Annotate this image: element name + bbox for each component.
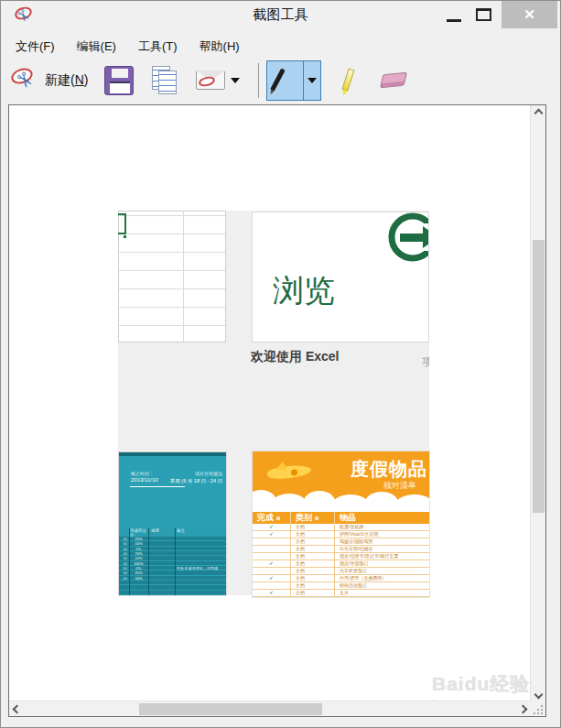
send-snip-button[interactable] <box>190 61 245 100</box>
gantt-row: 0010% <box>119 556 226 560</box>
packing-row: ✓文档外币/货币（兑换费用） <box>253 575 429 582</box>
email-icon <box>196 65 225 96</box>
cell-fill-handle <box>123 234 127 239</box>
gantt-due-date: 2013/11/10 <box>131 477 158 483</box>
toolbar: ✂ 新建(N) <box>5 58 558 103</box>
floppy-shutter <box>112 69 128 78</box>
gantt-right-text-2: 本周 (6 月 18 日 - 24 日 <box>170 478 222 484</box>
cloud-icon <box>303 491 336 501</box>
gantt-right-text-1: 项目甘特规划 <box>195 471 222 476</box>
packing-row: 文档汽车租赁预订 <box>253 568 429 575</box>
check-icon: ✓ <box>253 575 291 581</box>
menu-edit[interactable]: 编辑(E) <box>66 36 127 58</box>
gantt-row: 000% <box>119 547 226 550</box>
snip-canvas: 浏览 欢迎使用 Excel 项 截止时间： 2013/11/10 项目甘特规划 … <box>8 104 546 717</box>
packing-title: 度假物品 <box>351 457 427 482</box>
gantt-due-label: 截止时间： <box>131 471 154 476</box>
scroll-right-button[interactable] <box>515 701 531 717</box>
new-snip-label: 新建(N) <box>45 72 88 89</box>
cloud-icon <box>364 492 399 501</box>
gantt-row: 0025% <box>119 570 226 574</box>
minimize-button[interactable] <box>440 1 468 28</box>
gantt-template-preview: 截止时间： 2013/11/10 项目甘特规划 本周 (6 月 18 日 - 2… <box>119 452 226 595</box>
menu-tools[interactable]: 工具(T) <box>127 36 189 58</box>
gantt-rows: 0025% 0010% 000% 0070% 0010% 00100% 000%… <box>119 537 226 595</box>
horizontal-scrollbar-thumb[interactable] <box>139 703 322 715</box>
browse-arrow-circle-icon <box>388 212 429 267</box>
menu-file[interactable]: 文件(F) <box>5 36 66 58</box>
copy-page-front <box>158 71 177 94</box>
highlighter-button[interactable] <box>329 61 369 100</box>
vertical-scrollbar[interactable] <box>530 105 545 702</box>
airplane-illustration-icon <box>266 464 311 481</box>
vertical-scrollbar-thumb[interactable] <box>533 240 545 513</box>
filter-icon <box>315 516 318 520</box>
clipped-text-fragment: 项 <box>422 354 429 367</box>
check-icon <box>253 582 291 589</box>
packing-rows: ✓文档机票/登机牌 ✓文档护照/Visa/出生证明 文档驾驶证/国际驾照 文档出… <box>253 524 429 597</box>
gantt-row: 000%任务 B 延迟开始，已完成 <box>119 566 226 570</box>
packing-row: 文档驾驶证/国际驾照 <box>253 538 429 546</box>
pen-icon <box>271 68 286 91</box>
packing-row: ✓文档机票/登机牌 <box>253 524 429 531</box>
gantt-empty-row <box>119 585 226 589</box>
eraser-icon <box>380 65 409 96</box>
new-snip-icon: ✂ <box>10 65 39 96</box>
save-button[interactable] <box>99 62 139 99</box>
check-icon: ✓ <box>253 531 291 538</box>
chevron-up-icon <box>534 109 544 118</box>
gantt-empty-row <box>119 581 226 584</box>
floppy-label <box>110 81 130 93</box>
copy-button[interactable] <box>145 61 185 100</box>
maximize-button[interactable] <box>469 1 497 28</box>
scroll-up-button[interactable] <box>531 105 546 121</box>
gantt-grid-line <box>175 528 176 595</box>
pen-dropdown-button[interactable] <box>304 61 320 100</box>
packing-row: ✓文档护照/Visa/出生证明 <box>253 531 429 538</box>
scrollbar-corner <box>530 701 545 716</box>
close-button[interactable]: ✕ <box>502 1 557 28</box>
packing-row: 文档现金/信用卡/借记卡/银行支票 <box>253 553 429 560</box>
resize-grip[interactable] <box>534 704 544 714</box>
highlighter-body <box>342 69 355 92</box>
gantt-row: 0070% <box>119 551 226 555</box>
baidu-watermark-logo: Baidu经验 <box>432 671 530 697</box>
snipping-tool-window: ✂ 截图工具 ✕ 文件(F) 编辑(E) 工具(T) 帮助(H) ✂ 新建(N) <box>0 0 561 728</box>
menu-help[interactable]: 帮助(H) <box>189 36 251 58</box>
cloud-icon <box>331 494 370 501</box>
check-icon <box>253 568 291 574</box>
eraser-button[interactable] <box>374 61 415 100</box>
copy-icon <box>150 65 179 96</box>
scroll-left-button[interactable] <box>9 701 25 717</box>
cloud-icon <box>394 494 429 501</box>
filter-icon <box>276 516 280 520</box>
gantt-grid-line <box>148 528 149 595</box>
packing-row: 文档特殊活动预订 <box>253 582 429 590</box>
gantt-row: 0050% <box>119 576 226 580</box>
welcome-caption: 欢迎使用 Excel <box>251 349 339 365</box>
horizontal-scrollbar[interactable] <box>9 701 531 716</box>
title-bar[interactable]: ✂ 截图工具 ✕ <box>1 1 560 30</box>
send-dropdown-arrow-icon[interactable] <box>231 78 240 83</box>
check-icon <box>253 538 291 545</box>
chevron-down-icon <box>534 690 544 700</box>
packing-row: ✓文档酒店/住宿预订 <box>253 560 429 568</box>
gantt-row: 00100% <box>119 561 226 565</box>
gantt-row: 0010% <box>119 541 226 545</box>
excel-browse-tile: 浏览 <box>252 212 429 342</box>
cell-selection-outline <box>118 213 126 234</box>
minimize-icon <box>447 19 461 22</box>
pen-tool-button[interactable] <box>267 61 304 100</box>
menu-bar: 文件(F) 编辑(E) 工具(T) 帮助(H) <box>5 36 251 58</box>
gantt-top-bar <box>119 452 226 456</box>
new-snip-button[interactable]: ✂ 新建(N) <box>5 61 93 100</box>
chevron-left-icon <box>13 705 22 714</box>
gantt-table-header: 完成百分比 进度 备注 <box>119 528 226 537</box>
check-icon <box>253 553 291 560</box>
pen-tool-split-button <box>266 60 321 101</box>
check-icon: ✓ <box>253 524 291 530</box>
chevron-right-icon <box>519 705 528 714</box>
browse-label: 浏览 <box>273 270 335 312</box>
grid-column-line <box>183 212 184 342</box>
check-icon: ✓ <box>253 560 291 567</box>
